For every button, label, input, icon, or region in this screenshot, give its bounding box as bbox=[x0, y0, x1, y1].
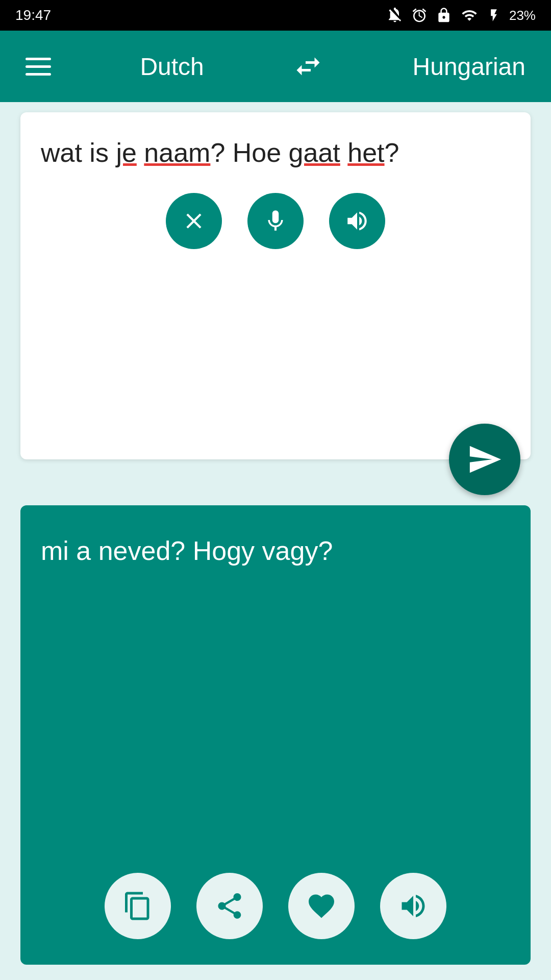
menu-button[interactable] bbox=[26, 58, 51, 76]
mic-button[interactable] bbox=[247, 193, 304, 249]
status-bar: 19:47 23% bbox=[0, 0, 551, 31]
time-display: 19:47 bbox=[15, 7, 51, 23]
translation-action-buttons bbox=[20, 873, 531, 939]
translate-fab-button[interactable] bbox=[449, 424, 520, 495]
source-language-selector[interactable]: Dutch bbox=[140, 53, 204, 81]
target-language-selector[interactable]: Hungarian bbox=[413, 53, 525, 81]
translation-speaker-button[interactable] bbox=[380, 873, 446, 939]
lock-icon bbox=[436, 7, 452, 23]
word-het: het bbox=[347, 138, 384, 167]
translation-text: mi a neved? Hogy vagy? bbox=[41, 531, 510, 571]
source-panel: wat is je naam? Hoe gaat het? bbox=[20, 112, 531, 459]
bell-muted-icon bbox=[387, 7, 403, 23]
alarm-icon bbox=[411, 7, 428, 23]
battery-percent: 23% bbox=[509, 8, 536, 23]
swap-languages-button[interactable] bbox=[293, 51, 323, 82]
favorite-button[interactable] bbox=[288, 873, 355, 939]
copy-button[interactable] bbox=[105, 873, 171, 939]
share-button[interactable] bbox=[196, 873, 263, 939]
source-action-buttons bbox=[41, 193, 510, 254]
translation-panel: mi a neved? Hogy vagy? bbox=[20, 505, 531, 965]
signal-icon bbox=[460, 7, 479, 23]
word-gaat: gaat bbox=[289, 138, 340, 167]
top-bar: Dutch Hungarian bbox=[0, 31, 551, 102]
status-icons: 23% bbox=[387, 7, 536, 23]
source-speaker-button[interactable] bbox=[329, 193, 385, 249]
word-je: je bbox=[116, 138, 136, 167]
word-naam: naam bbox=[144, 138, 210, 167]
clear-button[interactable] bbox=[166, 193, 222, 249]
source-text[interactable]: wat is je naam? Hoe gaat het? bbox=[41, 133, 510, 173]
charging-icon bbox=[487, 7, 501, 23]
